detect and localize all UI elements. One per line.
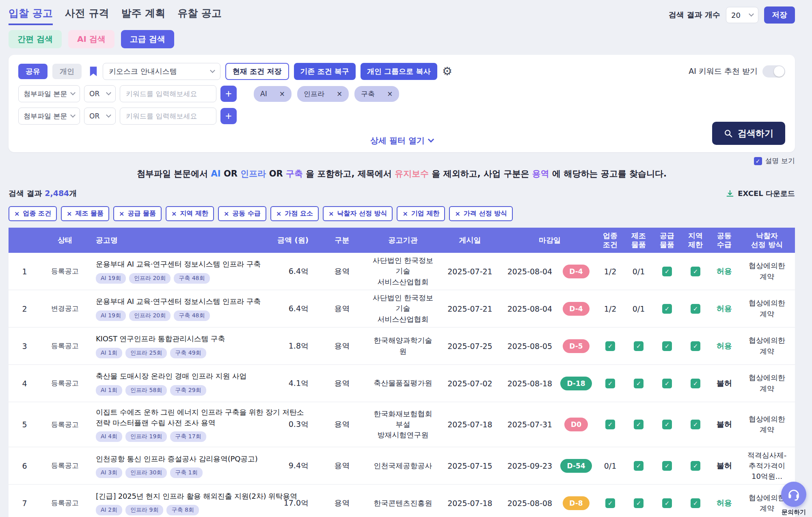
explain-checkbox[interactable]: ✓ — [754, 157, 762, 165]
row-category: 용역 — [315, 377, 369, 390]
filter-chip[interactable]: ×가격 선정 방식 — [449, 206, 513, 221]
explain-checkbox-label: 설명 보기 — [765, 156, 795, 166]
row-deadline-date: 2025-08-04 — [503, 303, 556, 315]
remove-icon[interactable]: × — [387, 90, 393, 98]
contact-button[interactable] — [781, 482, 806, 507]
row-category: 용역 — [315, 302, 369, 316]
announcement-title[interactable]: 축산물 도매시장 온라인 경매 인프라 지원 사업 — [96, 371, 271, 381]
ai-keyword-toggle[interactable] — [762, 65, 785, 78]
row-posted-date: 2025-07-21 — [436, 265, 503, 278]
chevron-down-icon — [106, 112, 111, 118]
check-icon: ✓ — [605, 498, 615, 508]
nav-tab-3[interactable]: 유찰 공고 — [177, 6, 222, 25]
column-header: 업종 조건 — [596, 231, 624, 250]
table-row[interactable]: 6등록공고인천공항 통신 인프라 증설공사 감리용역(PQ공고)AI 3회인프라… — [9, 447, 795, 485]
keyword-count-tag: 구축 49회 — [170, 348, 206, 358]
remove-icon[interactable]: × — [119, 210, 124, 218]
filter-chip[interactable]: ×낙찰자 선정 방식 — [323, 206, 393, 221]
keyword-tag: AI× — [254, 86, 292, 102]
row-award-method: 협상에의한 계약 — [739, 371, 795, 395]
remove-icon[interactable]: × — [67, 210, 72, 218]
keyword-count-tag: 구축 48회 — [174, 310, 209, 321]
announcement-title[interactable]: 이집트 수에즈 운하 그린 에너지 인프라 구축을 위한 장기 저탄소 전략 마… — [96, 407, 271, 428]
table-row[interactable]: 3등록공고KIOST 연구인프라 통합관리시스템 구축AI 1회인프라 25회구… — [9, 327, 795, 365]
remove-icon[interactable]: × — [328, 210, 334, 218]
save-button[interactable]: 저장 — [764, 6, 795, 24]
table-row[interactable]: 5등록공고이집트 수에즈 운하 그린 에너지 인프라 구축을 위한 장기 저탄소… — [9, 402, 795, 447]
personal-button[interactable]: 개인 — [52, 64, 82, 79]
remove-icon[interactable]: × — [455, 210, 460, 218]
cell-region-limit: ✓ — [681, 418, 710, 431]
operator-select-2[interactable]: OR — [84, 108, 116, 125]
nav-tab-1[interactable]: 사전 규격 — [65, 6, 109, 25]
announcement-title[interactable]: 인천공항 통신 인프라 증설공사 감리용역(PQ공고) — [96, 454, 271, 464]
share-button[interactable]: 공유 — [18, 64, 48, 79]
field-select-2-value: 첨부파일 본문 — [24, 112, 67, 121]
search-mode-tab-0[interactable]: 간편 검색 — [9, 30, 62, 48]
operator-select-1[interactable]: OR — [84, 85, 116, 102]
cell-industry-condition: ✓ — [596, 418, 624, 431]
field-select-2[interactable]: 첨부파일 본문 — [18, 108, 80, 125]
field-select-1[interactable]: 첨부파일 본문 — [18, 85, 80, 102]
remove-icon[interactable]: × — [337, 90, 342, 98]
operator-select-1-value: OR — [89, 90, 99, 98]
remove-icon[interactable]: × — [279, 90, 285, 98]
nav-tab-2[interactable]: 발주 계획 — [121, 6, 165, 25]
remove-icon[interactable]: × — [402, 210, 408, 218]
search-button[interactable]: 검색하기 — [712, 122, 785, 145]
keyword-input-1[interactable] — [120, 85, 216, 102]
remove-icon[interactable]: × — [14, 210, 19, 218]
result-count-select[interactable]: 20 — [726, 7, 758, 23]
remove-icon[interactable]: × — [224, 210, 229, 218]
gear-icon[interactable]: ⚙ — [442, 66, 452, 77]
table-row[interactable]: 4등록공고축산물 도매시장 온라인 경매 인프라 지원 사업AI 1회인프라 5… — [9, 365, 795, 402]
filter-chip[interactable]: ×공동 수급 — [218, 206, 266, 221]
save-condition-button[interactable]: 현재 조건 저장 — [225, 63, 289, 80]
column-header: 공고기관 — [369, 236, 436, 245]
explain-segment: 용역 — [532, 169, 549, 179]
detail-filter-toggle[interactable]: 상세 필터 열기 — [18, 135, 785, 146]
check-icon: ✓ — [691, 379, 700, 388]
filter-chip[interactable]: ×지역 제한 — [166, 206, 214, 221]
row-deadline-date: 2025-09-23 — [503, 460, 556, 472]
add-keyword-button-1[interactable]: + — [220, 86, 237, 102]
cell-region-limit: ✓ — [681, 377, 710, 390]
nav-tab-0[interactable]: 입찰 공고 — [9, 6, 53, 25]
excel-download-button[interactable]: EXCEL 다운로드 — [726, 189, 795, 198]
chevron-down-icon — [210, 68, 215, 73]
announcement-title[interactable]: KIOST 연구인프라 통합관리시스템 구축 — [96, 334, 271, 344]
column-header: 제조 물품 — [624, 231, 653, 250]
preset-select[interactable]: 키오스크 안내시스템 — [103, 63, 220, 80]
row-joint-supply: 허용 — [710, 496, 739, 510]
bookmark-icon[interactable] — [89, 66, 98, 77]
check-value: 1/2 — [604, 267, 617, 276]
row-number: 3 — [9, 340, 41, 352]
detail-filter-label: 상세 필터 열기 — [370, 135, 425, 146]
cell-supply-item: ✓ — [653, 459, 681, 472]
keyword-tag-label: 구축 — [361, 89, 375, 99]
row-agency: 인천국제공항공사 — [369, 459, 436, 473]
filter-chip[interactable]: ×가점 요소 — [270, 206, 319, 221]
filter-chip[interactable]: ×업종 조건 — [9, 206, 57, 221]
explain-segment: 을 제외하고, 사업 구분은 — [429, 169, 532, 179]
results-count-prefix: 검색 결과 — [9, 189, 45, 198]
filter-chip[interactable]: ×기업 제한 — [397, 206, 445, 221]
filter-chip[interactable]: ×제조 물품 — [61, 206, 109, 221]
copy-to-group-button[interactable]: 개인 그룹으로 복사 — [361, 63, 437, 80]
keyword-input-2[interactable] — [120, 108, 216, 125]
restore-condition-button[interactable]: 기존 조건 복구 — [294, 63, 356, 80]
search-mode-tab-2[interactable]: 고급 검색 — [121, 30, 174, 48]
remove-icon[interactable]: × — [171, 210, 177, 218]
announcement-title[interactable]: [긴급] 2025년 현지 인프라 활용 해외진출 지원(2차) 위탁용역 — [96, 491, 271, 502]
filter-chip[interactable]: ×공급 물품 — [113, 206, 162, 221]
table-row[interactable]: 1등록공고운용부대 AI 교육·연구센터 정보시스템 인프라 구축AI 19회인… — [9, 253, 795, 290]
announcement-title[interactable]: 운용부대 AI 교육·연구센터 정보시스템 인프라 구축 — [96, 296, 271, 307]
announcement-title[interactable]: 운용부대 AI 교육·연구센터 정보시스템 인프라 구축 — [96, 259, 271, 269]
remove-icon[interactable]: × — [276, 210, 281, 218]
chevron-down-icon — [106, 90, 111, 95]
explain-segment: OR — [266, 169, 286, 179]
table-row[interactable]: 7등록공고[긴급] 2025년 현지 인프라 활용 해외진출 지원(2차) 위탁… — [9, 485, 795, 517]
search-mode-tab-1[interactable]: AI 검색 — [68, 30, 114, 48]
add-keyword-button-2[interactable]: + — [220, 108, 237, 124]
table-row[interactable]: 2변경공고운용부대 AI 교육·연구센터 정보시스템 인프라 구축AI 19회인… — [9, 290, 795, 327]
